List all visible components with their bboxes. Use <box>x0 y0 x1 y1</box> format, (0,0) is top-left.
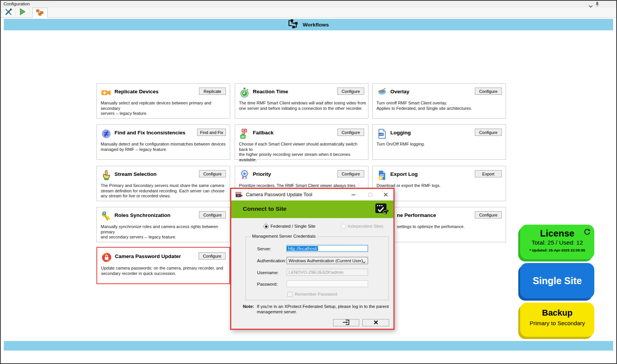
single-site-title: Single Site <box>533 275 582 286</box>
card-title: Roles Synchronization <box>114 212 171 218</box>
card-description: The time RMF Smart Client windows will w… <box>239 101 367 111</box>
card-description: Turn On/Off RMF logging. <box>377 142 505 147</box>
card-title: Reaction Time <box>253 89 288 94</box>
remember-password-label: Remember Password <box>295 292 337 296</box>
single-site-button[interactable]: Single Site <box>520 263 594 298</box>
card-title: ne Performance <box>397 212 436 218</box>
configure-performance-button[interactable]: Configure <box>475 211 502 218</box>
card-description: Turn on/off RMF Smart Client overlay. Ap… <box>377 101 505 111</box>
export-document-icon <box>377 170 387 180</box>
play-icon <box>19 8 26 17</box>
login-icon <box>342 319 350 326</box>
window-title: Configuration <box>3 2 30 6</box>
keys-icon <box>101 211 111 222</box>
backup-title: Backup <box>520 308 594 318</box>
card-description: Manually synchronize roles and camera ac… <box>101 224 229 240</box>
card-title: Stream Selection <box>114 171 157 177</box>
card-title: Camera Password Updater <box>115 253 181 259</box>
minimize-icon[interactable] <box>350 192 357 198</box>
dialog-title: Camera Password Update Tool <box>246 192 312 197</box>
configure-failback-button[interactable]: Configure <box>337 129 364 136</box>
username-input: LENOVO-29EUE62K\admin <box>287 269 368 276</box>
card-title: Priority <box>253 171 271 177</box>
card-description: The Primary and Secondary servers must s… <box>101 183 229 199</box>
card-reaction-time: Reaction Time Configure The time RMF Sma… <box>235 83 368 119</box>
password-refresh-icon <box>101 252 112 263</box>
radio-federated-label: Federated / Single Site <box>270 224 315 228</box>
tools-icon <box>5 8 12 17</box>
username-value: LENOVO-29EUE62K\admin <box>289 270 343 275</box>
card-title: Export Log <box>390 171 418 177</box>
card-title: Overlay <box>390 89 410 94</box>
backup-button[interactable]: Backup Primary to Secondary <box>520 303 594 337</box>
tab-configuration-tools[interactable] <box>2 8 16 17</box>
configure-reaction-time-button[interactable]: Configure <box>337 88 364 95</box>
card-stream-selection: Stream Selection Configure The Primary a… <box>96 166 230 201</box>
dialog-header: Connect to Site <box>231 200 393 218</box>
server-label: Server: <box>257 247 271 251</box>
workflows-icon <box>288 19 299 30</box>
card-logging: LOG Logging Configure Turn On/Off RMF lo… <box>372 124 506 160</box>
replicate-button[interactable]: Replicate <box>199 88 226 95</box>
card-description: Update camera passwords: on the camera, … <box>101 266 229 276</box>
log-document-icon: LOG <box>377 129 387 139</box>
site-check-key-icon <box>375 203 389 217</box>
note-label: Note: <box>243 304 254 314</box>
card-failback: Failback Configure Choose if each Smart … <box>235 124 368 160</box>
backup-subtitle: Primary to Secondary <box>520 320 594 326</box>
username-label: Username: <box>257 270 279 275</box>
cancel-button[interactable] <box>362 319 389 326</box>
dialog-note: Note: If you're in an XProtect Federated… <box>243 304 389 314</box>
card-description: Manually detect and fix configuration mi… <box>101 142 229 152</box>
svg-text:LOG: LOG <box>379 133 383 136</box>
card-description: Download or export the RMF logs. <box>377 183 505 189</box>
card-roles-synchronization: Roles Synchronization Configure Manually… <box>96 207 230 242</box>
server-input[interactable]: http://localhost/ <box>287 245 368 252</box>
radio-independent-label: Independent Sites <box>348 224 383 228</box>
login-button[interactable] <box>333 319 359 326</box>
authentication-label: Authentication: <box>257 258 286 263</box>
export-button[interactable]: Export <box>475 170 502 177</box>
cancel-x-icon <box>373 320 378 326</box>
window-titlebar: Configuration <box>1 1 616 8</box>
find-and-fix-button[interactable]: Find and Fix <box>197 129 226 136</box>
card-camera-password-updater: Camera Password Updater Configure Update… <box>96 247 230 284</box>
authentication-select[interactable]: Windows Authentication (Current User) <box>287 257 368 264</box>
award-ribbon-icon <box>239 170 250 180</box>
card-title: Replicate Devices <box>114 89 159 94</box>
close-icon[interactable] <box>383 192 389 198</box>
dialog-titlebar: Camera Password Update Tool <box>231 189 393 200</box>
stopwatch-icon <box>239 88 250 98</box>
maximize-icon <box>367 192 373 198</box>
card-title: Find and Fix Inconsistencies <box>114 130 186 136</box>
group-label: Management Server Credentials <box>250 234 317 238</box>
password-label: Password: <box>257 282 278 286</box>
card-title: Failback <box>253 130 274 136</box>
configure-priority-button[interactable]: Configure <box>337 170 364 177</box>
configure-camera-password-button[interactable]: Configure <box>199 252 226 260</box>
application-window: Configuration Workflows <box>0 0 617 364</box>
card-description: Manually select and replicate devices be… <box>101 101 229 116</box>
workflows-header-bar: Workflows <box>4 19 613 30</box>
license-updated: * Updated: 25-Apr-2025 22:05:55 <box>520 248 594 252</box>
tab-workflows-selected[interactable] <box>32 8 48 18</box>
not-equal-icon <box>101 129 111 139</box>
card-description: settings to optimize the perfomance. <box>397 224 504 230</box>
configure-roles-sync-button[interactable]: Configure <box>199 211 226 218</box>
card-description: Choose if each Smart Client viewer shoul… <box>239 142 367 162</box>
configure-logging-button[interactable]: Configure <box>475 129 502 136</box>
failback-icon <box>239 129 250 139</box>
password-input <box>287 280 368 287</box>
license-total-used: Total: 25 / Used: 12 <box>520 239 594 246</box>
card-title: Logging <box>390 130 411 136</box>
configure-stream-selection-button[interactable]: Configure <box>199 170 226 177</box>
license-button[interactable]: License Total: 25 / Used: 12 * Updated: … <box>520 225 594 259</box>
toolbar <box>1 8 616 18</box>
configure-overlay-button[interactable]: Configure <box>475 88 502 95</box>
card-replicate-devices: Replicate Devices Replicate Manually sel… <box>96 83 230 119</box>
page-title: Workflows <box>303 22 329 28</box>
refresh-icon[interactable] <box>584 228 590 237</box>
radio-federated-single-site[interactable] <box>264 224 269 229</box>
tab-run[interactable] <box>15 8 30 17</box>
workflow-tab-icon <box>36 9 44 17</box>
